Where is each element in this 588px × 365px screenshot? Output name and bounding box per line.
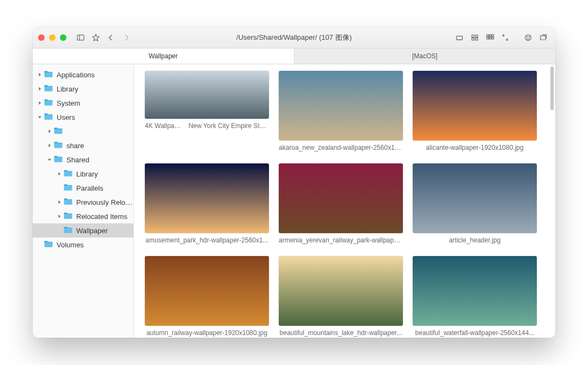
thumbnail-captions: akaroa_new_zealand-wallpaper-2560x14...	[279, 144, 403, 151]
sidebar-item[interactable]: Users	[33, 110, 133, 124]
sort-icon[interactable]	[499, 32, 512, 44]
content-area[interactable]: 4K WallpaperNew York City Empire Stat...…	[134, 64, 555, 338]
thumbnail-cell[interactable]: akaroa_new_zealand-wallpaper-2560x14...	[279, 71, 403, 151]
sidebar-item[interactable]: Shared	[33, 153, 133, 167]
chevron-right-icon[interactable]	[47, 129, 52, 134]
view-list-icon[interactable]	[468, 32, 481, 44]
svg-rect-10	[489, 35, 491, 36]
thumbnail-cell[interactable]: beautiful_mountains_lake_hdr-wallpaper..…	[279, 256, 403, 337]
svg-point-17	[529, 36, 529, 37]
thumbnail-image[interactable]	[145, 256, 269, 326]
svg-rect-5	[472, 35, 474, 37]
nav-forward-icon[interactable]	[120, 32, 133, 44]
thumbnail-captions: amusement_park_hdr-wallpaper-2560x1...	[145, 236, 269, 244]
folder-icon	[63, 198, 76, 207]
thumbnail-image[interactable]	[279, 163, 403, 233]
sidebar-item[interactable]: Wallpaper	[33, 223, 133, 238]
folder-icon	[63, 226, 76, 235]
folder-icon	[44, 70, 57, 80]
thumbnail-caption: New York City Empire Stat...	[188, 122, 269, 130]
sidebar-item-label: Wallpaper	[76, 227, 108, 235]
thumbnail-image[interactable]	[413, 71, 537, 141]
thumbnail-caption: article_header.jpg	[449, 236, 501, 244]
chevron-right-icon[interactable]	[37, 72, 42, 77]
scrollbar-thumb[interactable]	[550, 66, 554, 110]
window-body: ApplicationsLibrarySystemUsersshareShare…	[33, 64, 555, 338]
new-window-icon[interactable]	[537, 32, 550, 44]
svg-rect-9	[487, 35, 488, 36]
window-controls	[38, 34, 66, 41]
thumbnail-image[interactable]	[145, 71, 269, 119]
chevron-right-icon[interactable]	[57, 214, 62, 219]
tab-label: [MacOS]	[412, 52, 438, 60]
sidebar-item[interactable]: Library	[33, 82, 133, 96]
thumbnail-captions: armenia_yerevan_railway_park-wallpape...	[279, 236, 403, 244]
chevron-right-icon[interactable]	[37, 100, 42, 106]
chevron-down-icon[interactable]	[47, 157, 52, 162]
tab-macos[interactable]: [MacOS]	[295, 48, 556, 64]
sidebar-item[interactable]: Volumes	[33, 238, 133, 252]
thumbnail-caption: alicante-wallpaper-1920x1080.jpg	[426, 144, 523, 151]
folder-icon	[63, 184, 76, 193]
sidebar[interactable]: ApplicationsLibrarySystemUsersshareShare…	[33, 64, 134, 338]
folder-icon	[63, 212, 76, 221]
thumbnail-grid: 4K WallpaperNew York City Empire Stat...…	[145, 71, 544, 338]
thumbnail-cell[interactable]: armenia_yerevan_railway_park-wallpape...	[279, 163, 403, 244]
thumbnail-cell[interactable]: 4K WallpaperNew York City Empire Stat...	[145, 71, 269, 151]
sidebar-item[interactable]: Previously Relocated	[33, 195, 133, 209]
thumbnail-caption: amusement_park_hdr-wallpaper-2560x1...	[145, 236, 268, 244]
sidebar-item[interactable]: Library	[33, 167, 133, 181]
sidebar-item-label: Users	[57, 113, 75, 121]
nav-back-icon[interactable]	[105, 32, 118, 44]
sidebar-item-label: Library	[57, 85, 78, 93]
close-button[interactable]	[38, 34, 45, 41]
thumbnail-captions: alicante-wallpaper-1920x1080.jpg	[413, 144, 537, 151]
zoom-button[interactable]	[60, 34, 66, 41]
svg-point-16	[526, 36, 527, 37]
sidebar-item-label: System	[57, 99, 80, 107]
thumbnail-cell[interactable]: amusement_park_hdr-wallpaper-2560x1...	[145, 163, 269, 244]
view-icons-icon[interactable]	[453, 32, 466, 44]
titlebar: /Users/Shared/Wallpaper/ (107 图像)	[33, 27, 555, 48]
sidebar-item[interactable]: Parallels	[33, 181, 133, 195]
thumbnail-cell[interactable]: beautiful_waterfall-wallpaper-2560x144..…	[413, 256, 537, 337]
thumbnail-cell[interactable]: autumn_railway-wallpaper-1920x1080.jpg	[145, 256, 269, 337]
thumbnail-image[interactable]	[279, 71, 403, 141]
sidebar-item[interactable]	[33, 124, 133, 138]
sidebar-toggle-icon[interactable]	[74, 32, 87, 44]
chevron-right-icon[interactable]	[57, 171, 62, 177]
sidebar-item[interactable]: Relocated Items	[33, 209, 133, 223]
folder-icon	[53, 155, 66, 165]
sidebar-item[interactable]: share	[33, 138, 133, 153]
thumbnail-cell[interactable]: article_header.jpg	[413, 163, 537, 244]
tab-wallpaper[interactable]: Wallpaper	[33, 48, 295, 64]
folder-icon	[44, 99, 57, 108]
thumbnail-image[interactable]	[413, 256, 537, 326]
svg-marker-2	[93, 34, 99, 41]
svg-rect-3	[457, 36, 463, 40]
view-columns-icon[interactable]	[483, 32, 497, 44]
svg-rect-14	[492, 37, 493, 39]
minimize-button[interactable]	[49, 34, 56, 41]
chevron-down-icon[interactable]	[37, 114, 42, 120]
sidebar-item-label: Shared	[66, 156, 89, 164]
favorite-star-icon[interactable]	[89, 32, 102, 44]
svg-rect-7	[472, 38, 474, 40]
action-icon[interactable]	[522, 32, 535, 44]
thumbnail-captions: autumn_railway-wallpaper-1920x1080.jpg	[145, 329, 269, 337]
svg-rect-6	[475, 35, 477, 37]
sidebar-item[interactable]: Applications	[33, 68, 133, 82]
finder-window: /Users/Shared/Wallpaper/ (107 图像)	[33, 27, 555, 338]
folder-icon	[44, 240, 57, 250]
chevron-right-icon[interactable]	[57, 199, 62, 205]
thumbnail-cell[interactable]: alicante-wallpaper-1920x1080.jpg	[413, 71, 537, 151]
thumbnail-image[interactable]	[413, 163, 537, 233]
chevron-right-icon[interactable]	[37, 86, 42, 92]
thumbnail-caption: armenia_yerevan_railway_park-wallpape...	[279, 236, 403, 244]
chevron-right-icon[interactable]	[47, 143, 52, 148]
sidebar-item[interactable]: System	[33, 96, 133, 110]
toolbar-left	[74, 32, 133, 44]
folder-icon	[44, 84, 57, 94]
thumbnail-image[interactable]	[279, 256, 403, 326]
thumbnail-image[interactable]	[145, 163, 269, 233]
